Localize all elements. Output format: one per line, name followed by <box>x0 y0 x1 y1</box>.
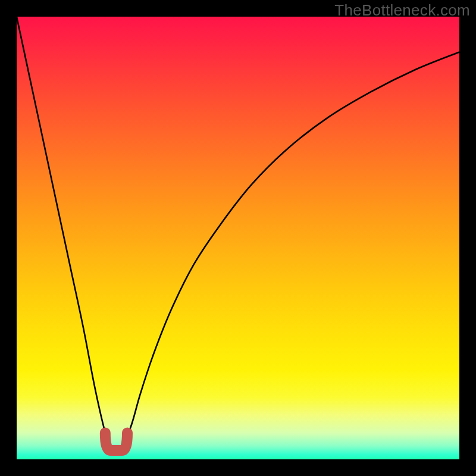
bottleneck-curve-svg <box>17 17 459 459</box>
gradient-plot-area <box>17 17 459 459</box>
optimal-bump <box>105 433 127 450</box>
bottleneck-curve <box>17 17 459 450</box>
